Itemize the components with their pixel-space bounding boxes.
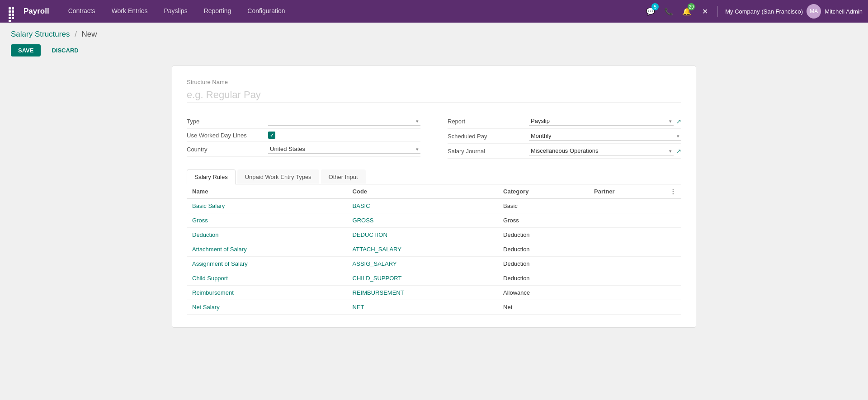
cell-partner <box>589 271 665 286</box>
action-bar: SAVE DISCARD <box>11 44 857 56</box>
cell-name[interactable]: Gross <box>187 213 347 228</box>
tab-other-input[interactable]: Other Input <box>321 169 366 184</box>
table-row: Attachment of Salary ATTACH_SALARY Deduc… <box>187 242 681 257</box>
main-menu: Contracts Work Entries Payslips Reportin… <box>60 0 644 23</box>
cell-category: Deduction <box>498 228 589 242</box>
type-label: Type <box>187 118 268 125</box>
tabs-bar: Salary Rules Unpaid Work Entry Types Oth… <box>187 169 681 184</box>
salary-journal-select-wrapper: Miscellaneous Operations <box>529 146 674 155</box>
cell-code: ATTACH_SALARY <box>347 242 498 257</box>
company-name[interactable]: My Company (San Francisco) <box>725 8 803 15</box>
report-external-link-icon[interactable]: ↗ <box>676 118 681 125</box>
structure-name-input[interactable] <box>187 87 681 103</box>
country-select[interactable]: United States <box>268 145 420 154</box>
breadcrumb-current: New <box>82 30 97 38</box>
cell-code: CHILD_SUPPORT <box>347 271 498 286</box>
use-worked-day-lines-checkbox[interactable] <box>268 132 275 139</box>
messaging-badge: 5 <box>651 3 659 10</box>
type-select-wrapper <box>268 117 420 126</box>
breadcrumb-parent[interactable]: Salary Structures <box>11 30 70 38</box>
country-field: Country United States <box>187 142 420 157</box>
form-left-col: Type Use Worked Day Lines Country <box>187 114 420 159</box>
salary-journal-label: Salary Journal <box>448 148 529 155</box>
activity-icon[interactable]: 🔔 29 <box>679 4 694 19</box>
cell-menu <box>665 271 681 286</box>
menu-item-reporting[interactable]: Reporting <box>196 0 240 23</box>
cell-menu <box>665 286 681 300</box>
cell-menu <box>665 199 681 213</box>
apps-menu-icon[interactable] <box>5 4 20 19</box>
tab-salary-rules[interactable]: Salary Rules <box>187 169 236 184</box>
phone-icon[interactable]: 📞 <box>661 4 676 19</box>
table-header-row: Name Code Category Partner ⋮ <box>187 184 681 199</box>
activity-badge: 29 <box>688 3 695 10</box>
page-content: Salary Structures / New SAVE DISCARD Str… <box>0 23 868 335</box>
salary-journal-select[interactable]: Miscellaneous Operations <box>529 146 674 155</box>
scheduled-pay-label: Scheduled Pay <box>448 133 529 140</box>
menu-item-contracts[interactable]: Contracts <box>60 0 104 23</box>
cell-menu <box>665 242 681 257</box>
close-icon[interactable]: ✕ <box>698 4 712 19</box>
cell-name[interactable]: Net Salary <box>187 300 347 315</box>
table-row: Assignment of Salary ASSIG_SALARY Deduct… <box>187 257 681 271</box>
cell-code: DEDUCTION <box>347 228 498 242</box>
menu-item-configuration[interactable]: Configuration <box>239 0 293 23</box>
type-select[interactable] <box>268 117 420 126</box>
table-row: Deduction DEDUCTION Deduction <box>187 228 681 242</box>
topnav-right-section: 💬 5 📞 🔔 29 ✕ My Company (San Francisco) … <box>643 4 863 19</box>
cell-menu <box>665 257 681 271</box>
report-select[interactable]: Payslip <box>529 117 674 126</box>
cell-partner <box>589 228 665 242</box>
cell-name[interactable]: Reimbursement <box>187 286 347 300</box>
cell-partner <box>589 300 665 315</box>
report-label: Report <box>448 118 529 125</box>
cell-category: Net <box>498 300 589 315</box>
salary-journal-field: Salary Journal Miscellaneous Operations … <box>448 144 681 159</box>
table-row: Net Salary NET Net <box>187 300 681 315</box>
cell-category: Deduction <box>498 257 589 271</box>
avatar[interactable]: MA <box>807 4 821 19</box>
salary-journal-external-link-icon[interactable]: ↗ <box>676 148 681 155</box>
country-select-wrapper: United States <box>268 145 420 154</box>
cell-name[interactable]: Assignment of Salary <box>187 257 347 271</box>
top-navigation: Payroll Contracts Work Entries Payslips … <box>0 0 868 23</box>
messaging-icon[interactable]: 💬 5 <box>643 4 658 19</box>
country-label: Country <box>187 146 268 153</box>
cell-code: BASIC <box>347 199 498 213</box>
form-right-col: Report Payslip ↗ Scheduled Pay Monthly <box>448 114 681 159</box>
table-row: Child Support CHILD_SUPPORT Deduction <box>187 271 681 286</box>
nav-divider <box>717 6 718 17</box>
structure-name-label: Structure Name <box>187 79 681 85</box>
type-field: Type <box>187 114 420 129</box>
cell-partner <box>589 199 665 213</box>
cell-name[interactable]: Basic Salary <box>187 199 347 213</box>
cell-category: Basic <box>498 199 589 213</box>
tab-unpaid-work-entry-types[interactable]: Unpaid Work Entry Types <box>237 169 319 184</box>
cell-name[interactable]: Child Support <box>187 271 347 286</box>
breadcrumb-separator: / <box>75 30 77 38</box>
col-header-menu: ⋮ <box>665 184 681 199</box>
username: Mitchell Admin <box>825 8 863 15</box>
menu-item-payslips[interactable]: Payslips <box>156 0 196 23</box>
cell-menu <box>665 213 681 228</box>
cell-menu <box>665 300 681 315</box>
cell-partner <box>589 213 665 228</box>
salary-rules-table: Name Code Category Partner ⋮ Basic Salar… <box>187 184 681 315</box>
discard-button[interactable]: DISCARD <box>44 44 85 56</box>
cell-partner <box>589 242 665 257</box>
report-select-wrapper: Payslip <box>529 117 674 126</box>
scheduled-pay-select[interactable]: Monthly <box>529 132 681 141</box>
app-name: Payroll <box>24 7 49 16</box>
cell-name[interactable]: Attachment of Salary <box>187 242 347 257</box>
cell-name[interactable]: Deduction <box>187 228 347 242</box>
scheduled-pay-field: Scheduled Pay Monthly <box>448 129 681 144</box>
col-header-category: Category <box>498 184 589 199</box>
use-worked-day-lines-field: Use Worked Day Lines <box>187 129 420 142</box>
col-header-code: Code <box>347 184 498 199</box>
cell-code: REIMBURSEMENT <box>347 286 498 300</box>
report-field: Report Payslip ↗ <box>448 114 681 129</box>
save-button[interactable]: SAVE <box>11 44 41 56</box>
scheduled-pay-select-wrapper: Monthly <box>529 132 681 141</box>
menu-item-work-entries[interactable]: Work Entries <box>104 0 156 23</box>
table-row: Basic Salary BASIC Basic <box>187 199 681 213</box>
